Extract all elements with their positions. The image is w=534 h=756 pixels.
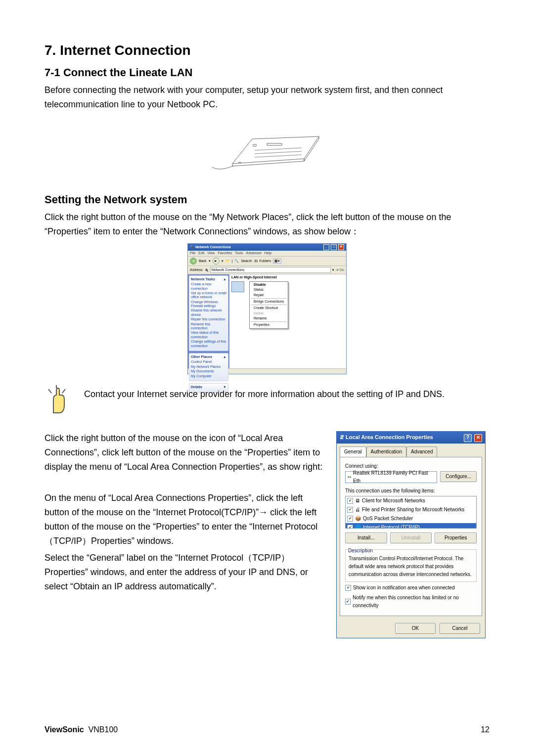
- go-button[interactable]: ➔ Go: [336, 268, 344, 272]
- description-text: Transmission Control Protocol/Internet P…: [346, 555, 476, 581]
- side-panel: Network Tasks▲ Create a new connection S…: [188, 274, 229, 368]
- other-heading: Other Places: [191, 355, 212, 359]
- window-toolbar[interactable]: ◄ Back ▾ ► ▾ 📁 | 🔍Search 🗀Folders ▦▾: [188, 257, 346, 266]
- checkbox-icon[interactable]: ✔: [347, 525, 353, 529]
- menu-item[interactable]: Create Shortcut: [250, 306, 288, 311]
- show-icon-label: Show icon in notification area when conn…: [353, 584, 455, 592]
- maximize-icon[interactable]: □: [331, 244, 337, 250]
- section-heading: 7. Internet Connection: [44, 40, 490, 62]
- items-label: This connection uses the following items…: [345, 487, 477, 495]
- address-bar[interactable]: Address 🔌 ▾ ➔ Go: [188, 266, 346, 274]
- adapter-name: Realtek RTL8139 Family PCI Fast Eth: [353, 469, 435, 485]
- other-item[interactable]: My Network Places: [191, 365, 226, 369]
- menu-item[interactable]: Properties: [250, 322, 288, 327]
- list-item[interactable]: QoS Packet Scheduler: [363, 515, 413, 523]
- search-icon[interactable]: 🔍: [234, 259, 239, 263]
- task-item[interactable]: Create a new connection: [191, 282, 226, 291]
- tab-general[interactable]: General: [340, 446, 366, 457]
- up-icon[interactable]: 📁: [225, 259, 230, 263]
- help-icon[interactable]: ?: [464, 434, 472, 442]
- description-label: Description: [347, 547, 374, 555]
- menu-item[interactable]: Bridge Connections: [250, 299, 288, 304]
- task-item[interactable]: Change Windows Firewall settings: [191, 300, 226, 309]
- back-icon[interactable]: ◄: [190, 258, 197, 265]
- tab-authentication[interactable]: Authentication: [366, 446, 406, 457]
- task-item[interactable]: Rename this connection: [191, 322, 226, 331]
- checkbox-icon[interactable]: ✔: [347, 516, 353, 522]
- setting-paragraph: Click the right button of the mouse on t…: [44, 210, 490, 239]
- svg-rect-1: [267, 143, 282, 145]
- connection-icon: [231, 281, 244, 292]
- lac-paragraph-1: Click the right button of the mouse on t…: [44, 431, 326, 474]
- collapse-icon[interactable]: ▲: [223, 277, 226, 281]
- intro-paragraph: Before connecting the network with your …: [44, 83, 490, 112]
- other-item[interactable]: My Computer: [191, 374, 226, 378]
- dialog-titlebar: ⇵ Local Area Connection Properties ? ✕: [337, 432, 485, 444]
- search-label: Search: [241, 259, 252, 263]
- svg-line-4: [62, 389, 65, 393]
- page-footer: ViewSonic VNB100 12: [44, 723, 490, 736]
- laptop-illustration: [205, 117, 329, 181]
- close-icon[interactable]: ✕: [474, 434, 482, 442]
- install-button[interactable]: Install...: [345, 533, 387, 543]
- menu-item[interactable]: Rename: [250, 316, 288, 321]
- other-item[interactable]: Control Panel: [191, 360, 226, 364]
- other-item[interactable]: My Documents: [191, 369, 226, 373]
- close-icon[interactable]: ✕: [338, 244, 344, 250]
- network-connections-window: 🔌 Network Connections _ □ ✕ FileEditView…: [187, 243, 347, 374]
- note-hand-icon: [44, 384, 74, 418]
- notify-label: Notify me when this connection has limit…: [353, 594, 477, 610]
- list-item[interactable]: Client for Microsoft Networks: [362, 497, 425, 505]
- checkbox-icon[interactable]: ✔: [347, 507, 353, 513]
- list-item[interactable]: File and Printer Sharing for Microsoft N…: [362, 506, 464, 514]
- context-menu: Disable Status Repair Bridge Connections…: [249, 281, 288, 329]
- menu-item[interactable]: Status: [250, 287, 288, 292]
- window-title-text: Network Connections: [195, 245, 231, 249]
- properties-button[interactable]: Properties: [435, 533, 477, 543]
- window-menu[interactable]: FileEditViewFavoritesToolsAdvancedHelp: [188, 251, 346, 256]
- checkbox-icon[interactable]: ✔: [345, 599, 351, 605]
- address-input[interactable]: [210, 267, 331, 273]
- svg-point-0: [253, 144, 257, 146]
- tasks-heading: Network Tasks: [191, 277, 215, 281]
- folders-icon[interactable]: 🗀: [254, 259, 258, 263]
- checkbox-icon[interactable]: ✔: [347, 498, 353, 504]
- forward-icon[interactable]: ►: [213, 258, 220, 265]
- lac-paragraph-2: On the menu of “Local Area Connections P…: [44, 491, 326, 548]
- checkbox-icon[interactable]: ✔: [345, 585, 351, 591]
- adapter-field: ▪▪ Realtek RTL8139 Family PCI Fast Eth: [345, 471, 437, 483]
- note-text: Contact your Internet service provider f…: [84, 387, 445, 401]
- folders-label: Folders: [260, 259, 271, 263]
- footer-brand: ViewSonic: [44, 725, 84, 734]
- list-item[interactable]: Internet Protocol (TCP/IP): [363, 524, 420, 529]
- menu-item[interactable]: Repair: [250, 293, 288, 298]
- task-item[interactable]: Repair this connection: [191, 317, 226, 321]
- collapse-icon[interactable]: ▲: [223, 355, 226, 359]
- adapter-icon: ▪▪: [348, 473, 351, 481]
- items-list[interactable]: ✔🖥Client for Microsoft Networks ✔🖨File a…: [345, 496, 477, 529]
- tab-advanced[interactable]: Advanced: [406, 446, 437, 457]
- configure-button[interactable]: Configure...: [440, 471, 477, 482]
- task-item[interactable]: Change settings of this connection: [191, 340, 226, 348]
- dialog-title-text: Local Area Connection Properties: [346, 434, 433, 440]
- minimize-icon[interactable]: _: [323, 244, 329, 250]
- task-item[interactable]: Set up a home or small office network: [191, 291, 226, 300]
- back-label: Back: [199, 259, 207, 263]
- svg-line-2: [48, 389, 51, 393]
- task-item[interactable]: View status of this connection: [191, 331, 226, 339]
- window-titlebar: 🔌 Network Connections _ □ ✕: [188, 244, 346, 251]
- tab-bar: General Authentication Advanced: [337, 444, 485, 457]
- footer-model: VNB100: [89, 725, 118, 734]
- address-label: Address: [190, 268, 203, 272]
- tab-page-general: Connect using: ▪▪ Realtek RTL8139 Family…: [340, 457, 482, 616]
- task-item[interactable]: Disable this network device: [191, 309, 226, 317]
- ok-button[interactable]: OK: [395, 623, 436, 634]
- cancel-button[interactable]: Cancel: [440, 623, 480, 634]
- lac-paragraph-3: Select the “General” label on the “Inter…: [44, 551, 326, 593]
- lac-properties-dialog: ⇵ Local Area Connection Properties ? ✕ G…: [336, 431, 486, 638]
- main-panel: LAN or High-Speed Internet Disable Statu…: [229, 274, 346, 368]
- views-icon[interactable]: ▦▾: [273, 259, 281, 264]
- uninstall-button: Uninstall: [390, 533, 432, 543]
- lan-section-label: LAN or High-Speed Internet: [229, 274, 346, 280]
- menu-item[interactable]: Disable: [250, 282, 288, 287]
